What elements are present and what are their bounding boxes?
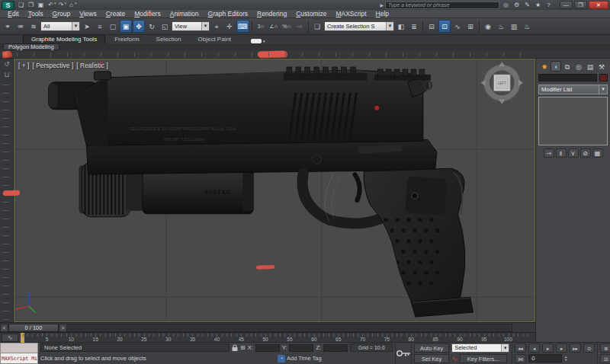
mirror-button[interactable]: ◧ — [395, 20, 407, 33]
percent-snap-toggle[interactable]: %∩ — [281, 20, 293, 33]
perspective-viewport[interactable]: [ + ] [ Perspective ] [ Realistic ] — [14, 59, 535, 322]
tab-motion[interactable]: ◎ — [573, 61, 584, 72]
help-icon[interactable]: ? — [544, 1, 554, 9]
viewcube[interactable]: LEFT — [480, 62, 523, 104]
menu-edit[interactable]: Edit — [3, 10, 24, 18]
tab-utilities[interactable]: ⚒ — [596, 61, 607, 72]
menu-create[interactable]: Create — [101, 10, 130, 18]
menu-maxscript[interactable]: MAXScript — [331, 10, 371, 18]
select-and-move-button[interactable]: ✥ — [133, 20, 145, 33]
ribbon-tab-object-paint[interactable]: Object Paint — [191, 35, 239, 43]
search-input[interactable] — [385, 2, 499, 9]
absolute-mode-toggle-icon[interactable]: ⊞ — [240, 344, 246, 351]
rendered-frame-window-button[interactable]: ▥ — [508, 20, 520, 33]
spinner-snap-toggle[interactable]: ◦∩ — [294, 20, 306, 33]
save-file-button[interactable]: ▣ — [36, 1, 46, 9]
maxscript-listener-label[interactable]: MAXScript Mi — [0, 353, 38, 364]
material-editor-button[interactable]: ◉ — [482, 20, 494, 33]
new-scene-button[interactable]: ❏ — [16, 1, 26, 9]
selection-lock-icon[interactable] — [232, 344, 238, 352]
ribbon-tab-graphite-modeling-tools[interactable]: Graphite Modeling Tools — [23, 34, 105, 43]
zoom-button[interactable]: ⊕ — [600, 343, 610, 353]
unlink-selection-button[interactable]: ⚮ — [14, 20, 27, 33]
modifier-list-dropdown[interactable]: Modifier List ▼ — [538, 85, 608, 94]
viewport-general-menu[interactable]: [ + ] — [18, 62, 29, 69]
track-bar[interactable]: ∿ 05101520253035404550556065707580859095… — [0, 332, 535, 342]
tab-display[interactable]: ▤ — [585, 61, 596, 72]
play-button[interactable]: ▸ — [542, 343, 554, 353]
make-unique-button[interactable]: ⋎ — [568, 148, 579, 158]
time-slider-handle[interactable]: 0 / 100 — [8, 324, 59, 332]
tab-hierarchy[interactable]: ⧉ — [562, 61, 573, 72]
z-coord-field[interactable] — [323, 344, 348, 352]
object-name-field[interactable] — [538, 74, 597, 81]
tab-modify[interactable]: ◖ — [551, 61, 561, 72]
x-coord-field[interactable] — [255, 344, 280, 352]
auto-key-button[interactable]: Auto Key — [414, 343, 449, 353]
menu-tools[interactable]: Tools — [24, 10, 48, 18]
maxscript-mini-listener[interactable]: MAXScript Mi — [0, 343, 38, 364]
y-coord-field[interactable] — [289, 344, 313, 352]
select-and-scale-button[interactable]: ◱ — [159, 20, 171, 33]
configure-modifier-sets-button[interactable]: ▦ — [592, 148, 603, 158]
viewcube-face-label[interactable]: LEFT — [498, 81, 506, 85]
angle-snap-toggle[interactable]: ∠∩ — [268, 20, 280, 33]
minimize-button[interactable]: — — [560, 1, 573, 9]
tab-create[interactable]: ✸ — [539, 61, 550, 72]
menu-group[interactable]: Group — [48, 10, 75, 18]
selection-filter-dropdown[interactable]: All▼ — [40, 21, 80, 31]
key-mode-toggle[interactable]: ⊙ — [583, 343, 595, 353]
polygon-modeling-panel-button[interactable]: Polygon Modeling — [3, 43, 59, 50]
remove-modifier-button[interactable]: ⊘ — [580, 148, 591, 158]
render-setup-button[interactable]: ♨ — [495, 20, 507, 33]
infocenter-arrow-icon[interactable]: ▶ — [380, 2, 384, 8]
frame-spinner[interactable]: ▲▼ — [564, 356, 567, 362]
selection-set-dropdown[interactable]: Selected ▼ — [451, 343, 509, 353]
menu-graph-editors[interactable]: Graph Editors — [204, 10, 252, 18]
named-selection-sets-dropdown[interactable]: Create Selection S▼ — [324, 21, 394, 31]
open-file-button[interactable]: ❐ — [26, 1, 36, 9]
zoom-region-button[interactable]: ⊡ — [600, 354, 610, 363]
curve-editor-button[interactable]: ∿ — [451, 20, 464, 33]
search-icon[interactable]: ◎ — [501, 1, 511, 9]
snaps-toggle-3d[interactable]: 3∩ — [255, 20, 267, 33]
window-crossing-toggle[interactable]: ▣ — [120, 20, 132, 33]
reference-coordinate-system-dropdown[interactable]: View▼ — [172, 21, 210, 31]
select-and-link-button[interactable]: ⚭ — [2, 20, 14, 33]
maxscript-macro-recorder[interactable] — [0, 343, 38, 353]
menu-customize[interactable]: Customize — [291, 10, 331, 18]
render-production-button[interactable]: ♨ — [521, 20, 533, 33]
pin-stack-button[interactable]: ⊸ — [544, 148, 554, 158]
subscription-center-icon[interactable]: ⚙ — [512, 1, 522, 9]
scene-explorer-toggle[interactable]: ⊡ — [438, 20, 451, 33]
previous-frame-button[interactable]: ◂ — [528, 343, 540, 353]
menu-modifiers[interactable]: Modifiers — [130, 10, 165, 18]
modifier-stack-list[interactable] — [538, 97, 608, 145]
strip-rotate-tool-icon[interactable]: ↺ — [0, 59, 14, 69]
set-key-button[interactable]: Set Key — [414, 354, 449, 363]
object-color-swatch[interactable] — [599, 74, 608, 81]
strip-clamp-tool-icon[interactable]: ⊔ — [0, 69, 14, 80]
menu-rendering[interactable]: Rendering — [252, 10, 291, 18]
show-end-result-button[interactable]: ‖ — [556, 148, 567, 158]
new-key-curve-icon[interactable]: ∿ — [451, 355, 458, 362]
mini-curve-editor-button[interactable]: ∿ — [2, 334, 18, 342]
select-and-manipulate-button[interactable]: ✛ — [223, 20, 236, 33]
favorites-icon[interactable]: ★ — [533, 1, 543, 9]
edit-named-selection-sets-button[interactable]: ❏ — [311, 20, 323, 33]
rectangular-selection-region-button[interactable]: ▢ — [107, 20, 119, 33]
keyboard-shortcut-override-toggle[interactable]: ⌨ — [236, 20, 249, 33]
time-slider-track[interactable] — [67, 324, 512, 332]
ribbon-tab-freeform[interactable]: Freeform — [107, 35, 146, 43]
communication-center-icon[interactable]: ✎ — [522, 1, 532, 9]
manage-layers-button[interactable]: ⊟ — [425, 20, 438, 33]
gun-model[interactable]: 903TAC — [49, 67, 474, 317]
go-to-end-button[interactable]: ▸▸ — [570, 343, 581, 353]
go-to-start-button[interactable]: ◂◂ — [515, 343, 526, 353]
menu-help[interactable]: Help — [371, 10, 393, 18]
add-time-tag[interactable]: ◔ Add Time Tag — [278, 355, 322, 362]
ribbon-tab-selection[interactable]: Selection — [149, 35, 189, 43]
maximize-button[interactable]: ❐ — [574, 1, 587, 9]
menu-views[interactable]: Views — [75, 10, 101, 18]
viewport-pov-menu[interactable]: [ Perspective ] — [32, 62, 73, 69]
